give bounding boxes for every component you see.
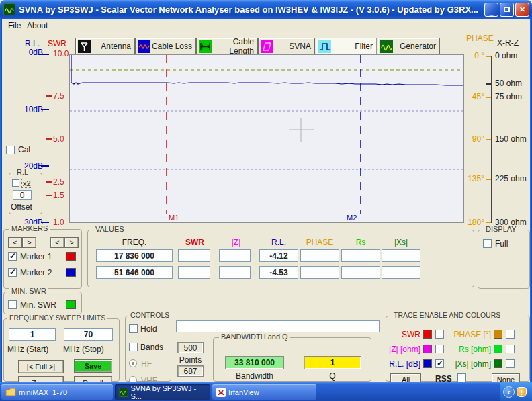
taskbar-task-irfanview[interactable]: IrfanView <box>212 384 316 400</box>
phase-tickmark <box>486 97 491 98</box>
antenna-icon <box>77 40 91 54</box>
sweep-group-title: FREQUENCY SWEEP LIMITS <box>7 314 107 322</box>
cal-label: Cal <box>18 145 30 154</box>
marker1-next-button[interactable]: > <box>22 237 36 248</box>
freq-stop-label: MHz (Stop) <box>63 345 104 354</box>
swr-tickmark <box>46 95 52 97</box>
tray-collapse-chevron-icon[interactable]: ‹ <box>503 386 515 398</box>
chart-area[interactable]: M1 M2 <box>69 54 464 223</box>
ohm-tick-0: 0 ohm <box>495 51 517 60</box>
z-value-m2 <box>219 266 251 279</box>
db-tickmark <box>41 109 49 110</box>
db-tickmark <box>41 165 49 167</box>
trace-z-checkbox[interactable] <box>435 345 444 353</box>
trace-swr-checkbox[interactable] <box>435 330 444 339</box>
marker2-next-button[interactable]: > <box>64 237 79 248</box>
trace-group-title: TRACE ENABLE AND COLOURS <box>392 311 502 319</box>
values-group-title: VALUES <box>93 225 126 233</box>
phase-tickmark <box>486 179 491 180</box>
trace-phase-swatch[interactable] <box>494 330 502 339</box>
hold-checkbox[interactable] <box>129 324 138 333</box>
svna-button[interactable]: SVNA <box>258 38 315 55</box>
xs-value-m2 <box>382 266 420 279</box>
display-group-title: DISPLAY <box>484 225 519 233</box>
bands-checkbox[interactable] <box>129 343 138 351</box>
min-swr-checkbox[interactable] <box>8 300 17 309</box>
trace-xs-checkbox[interactable] <box>506 359 515 368</box>
trace-z-swatch[interactable] <box>423 345 432 353</box>
db-tick-10: 10dB <box>17 105 43 114</box>
values-header-rs: Rs <box>341 238 380 247</box>
hf-radio[interactable] <box>129 359 137 367</box>
rl-offset-group-title: R.L <box>15 168 30 176</box>
title-bar[interactable]: SVNA by SP3SWJ - Scalar Vector Network A… <box>0 0 532 19</box>
marker2-label: Marker 2 <box>20 268 52 277</box>
cable-length-button[interactable]: Cable Length <box>196 38 258 55</box>
taskbar-task-minimax[interactable]: miniMAX_1-70 <box>1 384 113 400</box>
trace-rl-checkbox[interactable] <box>435 359 444 368</box>
antenna-button[interactable]: Antenna <box>75 38 135 55</box>
marker1-checkbox[interactable] <box>8 252 17 261</box>
trace-rl-swatch[interactable] <box>423 359 432 368</box>
xrz-axis-title: X-R-Z <box>497 38 519 48</box>
menu-bar: File About <box>2 19 530 31</box>
swr-tick-7-5: 7.5 <box>53 91 64 101</box>
filter-button[interactable]: Filter <box>316 38 377 55</box>
trace-xs-swatch[interactable] <box>494 359 502 368</box>
save-button[interactable]: Save <box>74 359 112 373</box>
phase-axis-line <box>491 56 492 223</box>
xs-value-m1 <box>382 249 420 262</box>
task-label: IrfanView <box>228 388 259 396</box>
freq-stop-input[interactable]: 70 <box>64 328 113 341</box>
trace-rs-checkbox[interactable] <box>506 345 515 353</box>
points2-display: 687 <box>177 365 204 377</box>
phase-value-m2 <box>300 266 339 279</box>
taskbar-task-svna[interactable]: SVNA by SP3SWJ - S... <box>115 384 210 400</box>
freq-value-m2[interactable]: 51 646 000 <box>96 266 173 279</box>
full-checkbox[interactable] <box>483 239 492 248</box>
menu-about[interactable]: About <box>25 20 50 31</box>
freq-start-input[interactable]: 1 <box>9 328 56 341</box>
close-button[interactable]: ✕ <box>515 3 529 17</box>
markers-group-title: MARKERS <box>9 224 50 232</box>
min-swr-label: Min. SWR <box>20 300 56 310</box>
marker1-label: Marker 1 <box>20 252 52 261</box>
phase-axis-title: PHASE <box>466 34 494 43</box>
trace-phase-checkbox[interactable] <box>506 330 515 339</box>
status-text-input[interactable] <box>176 320 380 332</box>
values-header-phase: PHASE <box>300 238 339 247</box>
points-display: 500 <box>177 342 204 353</box>
min-swr-color-swatch[interactable] <box>66 300 76 309</box>
irfanview-icon <box>216 388 226 397</box>
bandwidth-label: Bandwidth <box>225 371 284 381</box>
cable-loss-button[interactable]: Cable Loss <box>135 38 196 55</box>
cal-checkbox[interactable] <box>6 146 15 154</box>
offset-label: Offset <box>11 202 32 212</box>
marker1-color-swatch[interactable] <box>66 252 76 261</box>
phase-tick-45: 45° <box>461 92 484 101</box>
full-span-button[interactable]: |< Full >| <box>18 360 64 373</box>
x2-checkbox[interactable] <box>12 179 19 187</box>
generator-button[interactable]: Generator <box>378 38 440 55</box>
generator-button-label: Generator <box>394 42 439 51</box>
cable-length-icon <box>198 40 212 54</box>
maximize-button[interactable] <box>500 3 514 17</box>
menu-file[interactable]: File <box>6 20 23 31</box>
marker1-prev-button[interactable]: < <box>8 237 22 248</box>
marker2-checkbox[interactable] <box>8 268 17 277</box>
offset-input[interactable]: 0 <box>13 190 32 200</box>
svna-icon <box>260 40 274 54</box>
rl-value-m1: -4.12 <box>259 249 298 262</box>
update-notification-icon[interactable]: ! <box>517 387 527 397</box>
trace-rl-label: R.L. [dB] <box>388 359 420 369</box>
freq-value-m1[interactable]: 17 836 000 <box>96 249 173 262</box>
ohm-tick-75: 75 ohm <box>495 92 522 101</box>
minimize-button[interactable]: _ <box>484 3 498 17</box>
trace-rs-swatch[interactable] <box>494 345 502 353</box>
folder-icon <box>5 388 16 396</box>
swr-tick-2-5: 2.5 <box>53 177 64 187</box>
trace-swr-swatch[interactable] <box>423 330 432 339</box>
values-header-xs: |Xs| <box>382 238 420 247</box>
marker2-color-swatch[interactable] <box>66 268 76 277</box>
marker2-prev-button[interactable]: < <box>50 237 64 248</box>
